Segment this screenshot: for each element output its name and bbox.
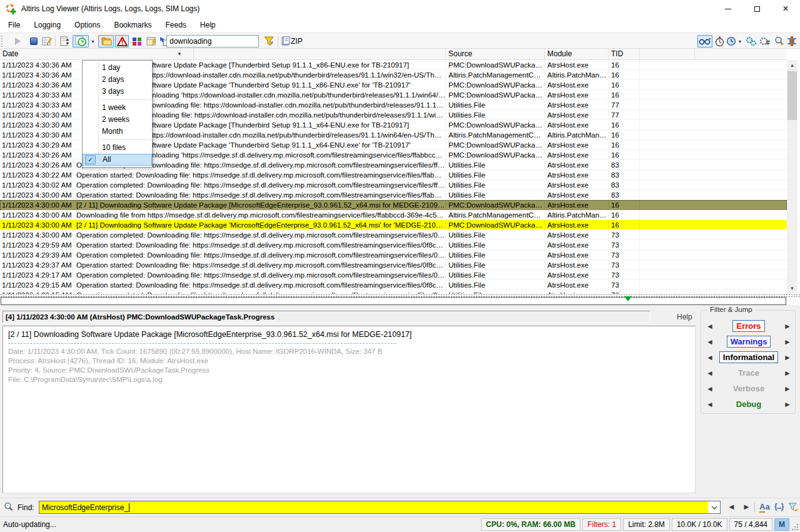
- group-files-button[interactable]: [98, 35, 114, 48]
- jump-next-informational-button[interactable]: ►: [781, 353, 794, 362]
- filter-toggle-trace[interactable]: Trace: [735, 368, 762, 378]
- columns-button[interactable]: [786, 35, 798, 48]
- menu-item-1-week[interactable]: 1 week: [83, 102, 152, 114]
- timer-button[interactable]: [714, 35, 725, 48]
- menu-item-month[interactable]: Month: [83, 126, 152, 138]
- filter-toggle-verbose[interactable]: Verbose: [730, 383, 768, 394]
- table-row[interactable]: 1/11/2023 4:30:00 AMOperation completed:…: [0, 230, 787, 240]
- find-history-dropdown[interactable]: [708, 501, 720, 513]
- find-input[interactable]: MicrosoftEdgeEnterprise_: [39, 501, 721, 514]
- jump-prev-informational-button[interactable]: ◄: [704, 353, 716, 362]
- history-dropdown[interactable]: ▼: [737, 35, 743, 48]
- menu-item-file[interactable]: File: [1, 19, 27, 31]
- maximize-button[interactable]: [742, 0, 771, 18]
- table-row[interactable]: 1/11/2023 4:30:22 AMOperation started: D…: [0, 170, 787, 180]
- jump-next-warnings-button[interactable]: ►: [781, 338, 794, 346]
- autoscroll-button[interactable]: [58, 35, 71, 48]
- flat-time-button[interactable]: [144, 35, 158, 48]
- menu-item-options[interactable]: Options: [68, 19, 107, 31]
- settings-button[interactable]: #: [758, 35, 772, 48]
- menu-item-10-files[interactable]: 10 files: [83, 142, 152, 154]
- errors-only-button[interactable]: [115, 35, 129, 48]
- filter-toggle-warnings[interactable]: Warnings: [727, 336, 771, 348]
- apply-filter-button[interactable]: [262, 35, 276, 48]
- jump-next-errors-button[interactable]: ►: [781, 322, 794, 331]
- table-row[interactable]: 1/11/2023 4:29:39 AMOperation completed:…: [0, 250, 787, 260]
- table-row[interactable]: 1/11/2023 4:30:00 AM[2 / 11] Downloading…: [0, 200, 787, 210]
- filters-indicator[interactable]: Filters: 1: [582, 518, 621, 531]
- scrollbar-thumb[interactable]: [787, 71, 797, 120]
- minimize-button[interactable]: [714, 0, 742, 18]
- module-cell: Altiris.PatchManagement: [545, 70, 609, 79]
- column-header-module[interactable]: Module: [545, 49, 609, 59]
- find-next-button[interactable]: ►: [742, 502, 751, 511]
- jump-next-verbose-button[interactable]: ►: [781, 384, 794, 393]
- time-range-button[interactable]: [73, 35, 89, 48]
- module-cell: AtrsHost.exe: [545, 190, 609, 199]
- watch-mode-button[interactable]: [697, 35, 712, 48]
- filter-toggle-errors[interactable]: Errors: [732, 320, 764, 332]
- menu-item-logging[interactable]: Logging: [27, 19, 68, 31]
- jump-prev-errors-button[interactable]: ◄: [704, 322, 716, 331]
- scroll-down-icon[interactable]: ▼: [787, 283, 797, 294]
- scroll-up-icon[interactable]: ▲: [787, 60, 797, 71]
- menu-item-bookmarks[interactable]: Bookmarks: [107, 19, 158, 31]
- jump-prev-warnings-button[interactable]: ◄: [704, 338, 716, 346]
- jump-next-trace-button[interactable]: ►: [781, 369, 794, 378]
- color-coding-button[interactable]: [130, 35, 144, 48]
- table-row[interactable]: 1/11/2023 4:30:02 AMOperation completed:…: [0, 180, 787, 190]
- log-timeline-strip[interactable]: [1, 297, 786, 305]
- table-row[interactable]: 1/11/2023 4:30:00 AMOperation started: D…: [0, 190, 787, 200]
- history-button[interactable]: [726, 35, 737, 48]
- pause-button[interactable]: [28, 35, 40, 48]
- column-header-message[interactable]: [194, 49, 446, 59]
- menu-item-2-weeks[interactable]: 2 weeks: [83, 114, 152, 126]
- services-button[interactable]: [744, 35, 758, 48]
- time-range-dropdown[interactable]: ▼: [89, 35, 96, 48]
- chevron-down-icon: [711, 506, 717, 509]
- clear-log-button[interactable]: [40, 35, 54, 48]
- search-settings-button[interactable]: [773, 35, 786, 48]
- module-cell: AtrsHost.exe: [545, 120, 609, 129]
- resume-button[interactable]: [11, 35, 24, 48]
- toolbar-grip[interactable]: [1, 36, 3, 47]
- filter-toggle-informational[interactable]: Informational: [719, 351, 778, 363]
- menu-item-1-day[interactable]: 1 day: [83, 62, 152, 74]
- find-filter-icon[interactable]: [788, 503, 799, 512]
- limit-indicator[interactable]: Limit: 2.8M: [623, 518, 670, 531]
- message-cell: Operation started: Downloading file: htt…: [74, 240, 446, 249]
- menu-item-feeds[interactable]: Feeds: [158, 19, 193, 31]
- table-vertical-scrollbar[interactable]: ▲ ▼: [787, 60, 797, 294]
- table-row[interactable]: 1/11/2023 4:29:17 AMOperation completed:…: [0, 270, 787, 280]
- menu-item-help[interactable]: Help: [193, 19, 223, 31]
- chevron-down-icon: ▼: [738, 39, 742, 44]
- column-header-tid[interactable]: TID: [609, 49, 640, 59]
- stopwatch-icon: [715, 36, 724, 47]
- jump-next-debug-button[interactable]: ►: [781, 400, 794, 409]
- table-row[interactable]: 1/11/2023 4:30:00 AM[2 / 11] Downloading…: [0, 220, 787, 230]
- menu-item-all[interactable]: All✓: [83, 154, 152, 166]
- close-button[interactable]: ×: [771, 0, 800, 18]
- open-zip-button[interactable]: [280, 35, 291, 48]
- column-header-date[interactable]: Date▼: [0, 49, 194, 59]
- menu-item-3-days[interactable]: 3 days: [83, 86, 152, 98]
- column-header-source[interactable]: Source: [446, 49, 545, 59]
- jump-prev-trace-button[interactable]: ◄: [704, 369, 716, 378]
- match-case-button[interactable]: Aa: [759, 502, 770, 511]
- help-link[interactable]: Help: [677, 313, 692, 321]
- date-filter-dropdown-icon[interactable]: ▼: [177, 51, 182, 57]
- jump-prev-debug-button[interactable]: ◄: [704, 400, 716, 409]
- jump-prev-verbose-button[interactable]: ◄: [704, 384, 716, 393]
- table-row[interactable]: 1/11/2023 4:29:59 AMOperation started: D…: [0, 240, 787, 250]
- resize-grip[interactable]: [791, 518, 799, 531]
- table-row[interactable]: 1/11/2023 4:30:00 AMDownloading file fro…: [0, 210, 787, 220]
- menu-item-2-days[interactable]: 2 days: [83, 74, 152, 86]
- filter-toggle-debug[interactable]: Debug: [733, 399, 764, 409]
- quick-filter-input[interactable]: [166, 35, 259, 48]
- mode-indicator[interactable]: M: [774, 518, 789, 531]
- table-row[interactable]: 1/11/2023 4:29:15 AMOperation started: D…: [0, 280, 787, 290]
- find-previous-button[interactable]: ◄: [727, 502, 736, 511]
- source-cell: PMC:DownloadSWUPackageTask.Progress: [446, 90, 545, 99]
- table-row[interactable]: 1/11/2023 4:29:37 AMOperation started: D…: [0, 260, 787, 270]
- regex-button[interactable]: {...}: [774, 502, 783, 511]
